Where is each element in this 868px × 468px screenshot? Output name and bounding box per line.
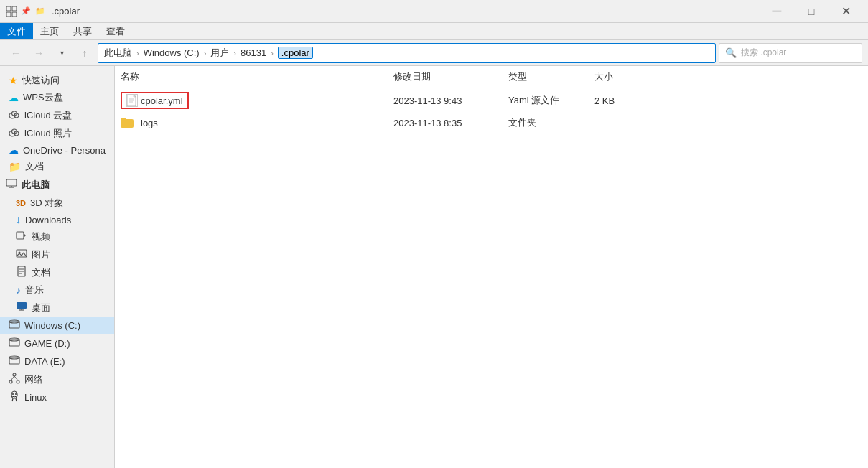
- sidebar-item-wps[interactable]: ☁ WPS云盘: [0, 89, 114, 106]
- highlight-box-cpolar-yml: cpolar.yml: [121, 92, 189, 109]
- col-header-size[interactable]: 大小: [589, 69, 661, 85]
- main-layout: ★ 快速访问 ☁ WPS云盘 iCloud 云盘: [0, 66, 868, 468]
- desktop-icon: [16, 301, 27, 314]
- search-icon: 🔍: [725, 47, 737, 58]
- nav-bar: ← → ▾ ↑ 此电脑 › Windows (C:) › 用户 › 86131 …: [0, 40, 868, 66]
- svg-rect-3: [12, 12, 17, 17]
- col-header-name[interactable]: 名称: [115, 69, 388, 85]
- sidebar-label-thispc: 此电脑: [22, 179, 50, 192]
- sidebar-item-drive-e[interactable]: DATA (E:): [0, 352, 114, 370]
- sidebar-item-icloud-photos[interactable]: iCloud 照片: [0, 124, 114, 142]
- icloud-photos-icon: [9, 126, 20, 140]
- back-button[interactable]: ←: [6, 43, 26, 63]
- svg-rect-0: [6, 6, 11, 11]
- 3d-icon: 3D: [16, 199, 26, 207]
- window-icon: [6, 6, 17, 17]
- sidebar-item-documents[interactable]: 📁 文档: [0, 158, 114, 175]
- sidebar-item-network[interactable]: 网络: [0, 370, 114, 388]
- col-header-type[interactable]: 类型: [503, 69, 589, 85]
- sidebar-label-wps: WPS云盘: [23, 91, 63, 104]
- file-date-cpolar-yml: 2023-11-13 9:43: [388, 94, 503, 108]
- sidebar-section-thispc[interactable]: 此电脑: [0, 175, 114, 195]
- drive-c-icon: [9, 319, 20, 332]
- close-button[interactable]: ✕: [829, 0, 862, 23]
- menu-item-view[interactable]: 查看: [99, 23, 132, 39]
- file-size-logs: [589, 121, 661, 124]
- sidebar: ★ 快速访问 ☁ WPS云盘 iCloud 云盘: [0, 66, 115, 468]
- file-date-logs: 2023-11-13 8:35: [388, 116, 503, 130]
- svg-point-30: [13, 373, 16, 376]
- drive-e-icon: [9, 355, 20, 368]
- up-button[interactable]: ↑: [75, 43, 95, 63]
- pc-icon: [6, 178, 17, 192]
- address-segment-cpolar: .cpolar: [278, 47, 313, 59]
- sidebar-item-images[interactable]: 图片: [0, 245, 114, 263]
- sidebar-item-onedrive[interactable]: ☁ OneDrive - Persona: [0, 142, 114, 158]
- svg-rect-21: [17, 302, 27, 309]
- sidebar-item-downloads[interactable]: ↓ Downloads: [0, 212, 114, 228]
- sep2: ›: [204, 49, 207, 57]
- address-segment-user: 用户: [210, 47, 229, 60]
- maximize-button[interactable]: □: [795, 0, 828, 23]
- sidebar-item-3d[interactable]: 3D 3D 对象: [0, 195, 114, 212]
- pin-icon: 📌: [20, 6, 32, 17]
- address-segment-drive: Windows (C:): [144, 47, 200, 58]
- sidebar-label-downloads: Downloads: [25, 215, 71, 225]
- wps-cloud-icon: ☁: [9, 92, 19, 103]
- music-icon: ♪: [16, 284, 21, 296]
- sidebar-item-docs[interactable]: 文档: [0, 263, 114, 281]
- yaml-file-icon: [126, 94, 138, 107]
- sidebar-label-video: 视频: [32, 230, 50, 243]
- file-row-logs[interactable]: logs 2023-11-13 8:35 文件夹: [115, 113, 868, 133]
- sidebar-label-icloud-drive: iCloud 云盘: [24, 109, 72, 122]
- menu-item-file[interactable]: 文件: [0, 23, 33, 39]
- col-header-date[interactable]: 修改日期: [388, 69, 503, 85]
- sidebar-label-network: 网络: [24, 373, 43, 386]
- sidebar-item-quick-access[interactable]: ★ 快速访问: [0, 72, 114, 89]
- forward-button[interactable]: →: [29, 43, 49, 63]
- drive-d-icon: [9, 337, 20, 350]
- svg-point-32: [17, 380, 19, 383]
- sidebar-label-onedrive: OneDrive - Persona: [23, 145, 106, 156]
- sidebar-item-drive-d[interactable]: GAME (D:): [0, 334, 114, 352]
- content-area: 名称 修改日期 类型 大小 cpo: [115, 66, 868, 468]
- folder-icon-logs: [121, 118, 134, 128]
- video-icon: [16, 230, 27, 243]
- address-bar[interactable]: 此电脑 › Windows (C:) › 用户 › 86131 › .cpola…: [98, 43, 716, 63]
- linux-icon: [9, 390, 20, 404]
- sidebar-item-music[interactable]: ♪ 音乐: [0, 281, 114, 299]
- address-segment-pc: 此电脑: [104, 47, 132, 60]
- address-segment-id: 86131: [241, 47, 266, 58]
- sidebar-item-desktop[interactable]: 桌面: [0, 299, 114, 317]
- sidebar-label-drive-d: GAME (D:): [24, 338, 70, 349]
- sidebar-item-linux[interactable]: Linux: [0, 388, 114, 406]
- file-row-cpolar-yml[interactable]: cpolar.yml 2023-11-13 9:43 Yaml 源文件 2 KB: [115, 88, 868, 113]
- menu-item-share[interactable]: 共享: [66, 23, 99, 39]
- column-headers: 名称 修改日期 类型 大小: [115, 66, 868, 88]
- file-name-text-logs: logs: [141, 118, 158, 128]
- image-icon: [16, 248, 27, 261]
- menu-bar: 文件 主页 共享 查看: [0, 23, 868, 40]
- svg-line-34: [14, 376, 18, 380]
- search-bar[interactable]: 🔍 搜索 .cpolar: [719, 43, 862, 63]
- menu-item-home[interactable]: 主页: [33, 23, 66, 39]
- sidebar-label-documents: 文档: [25, 160, 44, 173]
- sidebar-item-icloud-drive[interactable]: iCloud 云盘: [0, 106, 114, 124]
- svg-point-37: [15, 393, 17, 395]
- svg-rect-2: [6, 12, 11, 17]
- svg-line-38: [12, 398, 13, 401]
- download-icon: ↓: [16, 214, 21, 225]
- sep4: ›: [271, 49, 274, 57]
- sidebar-label-3d: 3D 对象: [30, 197, 63, 210]
- sidebar-label-drive-c: Windows (C:): [24, 320, 80, 331]
- title-bar-icons: 📌 📁: [6, 6, 46, 17]
- window-title: .cpolar: [52, 6, 80, 17]
- minimize-button[interactable]: ─: [760, 0, 793, 23]
- svg-line-33: [11, 376, 14, 380]
- sidebar-label-images: 图片: [32, 248, 50, 261]
- sidebar-item-drive-c[interactable]: Windows (C:): [0, 317, 114, 334]
- search-placeholder: 搜索 .cpolar: [741, 47, 786, 59]
- sidebar-item-video[interactable]: 视频: [0, 228, 114, 245]
- recent-button[interactable]: ▾: [52, 43, 72, 63]
- folder-title-icon: 📁: [34, 6, 46, 17]
